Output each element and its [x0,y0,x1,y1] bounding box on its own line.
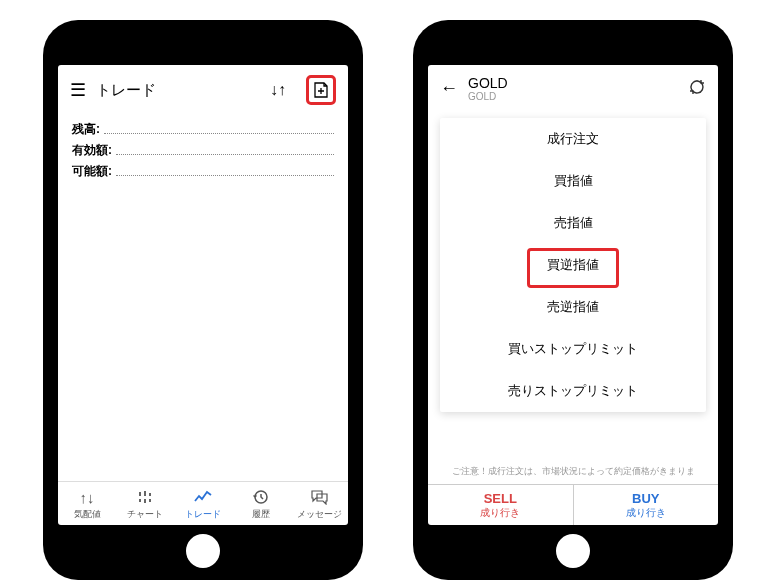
new-order-button[interactable] [306,75,336,105]
tab-quotes[interactable]: ↑↓ 気配値 [58,482,116,525]
home-button[interactable] [186,534,220,568]
trade-header: ☰ トレード ↓↑ [58,65,348,115]
tab-chart[interactable]: チャート [116,482,174,525]
order-buy-stop-limit[interactable]: 買いストップリミット [440,328,706,370]
trade-icon [174,488,232,506]
tab-label: 気配値 [58,508,116,521]
messages-icon [290,488,348,506]
order-type-menu: 成行注文 買指値 売指値 買逆指値 売逆指値 買いストップリミット 売りストップ… [440,118,706,412]
back-icon[interactable]: ← [440,78,458,99]
free-margin-label: 可能額: [72,163,112,180]
tab-trade[interactable]: トレード [174,482,232,525]
symbol-name: GOLD [468,75,678,91]
sort-icon[interactable]: ↓↑ [270,81,286,99]
balance-section: 残高: 有効額: 可能額: [58,115,348,190]
order-buy-stop[interactable]: 買逆指値 [440,244,706,286]
tab-label: 履歴 [232,508,290,521]
buy-label: BUY [574,491,719,507]
history-icon [232,488,290,506]
order-market[interactable]: 成行注文 [440,118,706,160]
order-buy-limit[interactable]: 買指値 [440,160,706,202]
trade-screen: ☰ トレード ↓↑ 残高: 有効額: 可能額: ↑↓ [58,65,348,525]
new-order-icon [313,81,329,99]
symbol-sub: GOLD [468,91,678,102]
order-header: ← GOLD GOLD [428,65,718,112]
tab-label: トレード [174,508,232,521]
bottom-nav: ↑↓ 気配値 チャート トレード [58,481,348,525]
chart-area: 2 379.39 2 372.91 2 371.93 [428,412,718,459]
chart-icon [116,488,174,506]
order-screen: ← GOLD GOLD 成行注文 買指値 売指値 買逆指値 売逆指値 買いストッ… [428,65,718,525]
order-sell-stop-limit[interactable]: 売りストップリミット [440,370,706,412]
phone-frame-left: ☰ トレード ↓↑ 残高: 有効額: 可能額: ↑↓ [43,20,363,580]
order-sell-limit[interactable]: 売指値 [440,202,706,244]
balance-label: 残高: [72,121,100,138]
sell-button[interactable]: SELL 成り行き [428,485,574,525]
tab-history[interactable]: 履歴 [232,482,290,525]
price-chart [438,412,658,419]
tab-messages[interactable]: メッセージ [290,482,348,525]
buy-sub: 成り行き [574,507,719,519]
screen-title: トレード [96,81,260,100]
menu-icon[interactable]: ☰ [70,81,86,99]
sell-sub: 成り行き [428,507,573,519]
buy-button[interactable]: BUY 成り行き [574,485,719,525]
home-button[interactable] [556,534,590,568]
order-notice: ご注意！成行注文は、市場状況によって約定価格がきまりま [428,459,718,484]
symbol-block: GOLD GOLD [468,75,678,102]
tab-label: メッセージ [290,508,348,521]
phone-frame-right: ← GOLD GOLD 成行注文 買指値 売指値 買逆指値 売逆指値 買いストッ… [413,20,733,580]
order-sell-stop[interactable]: 売逆指値 [440,286,706,328]
quotes-icon: ↑↓ [58,488,116,506]
sell-label: SELL [428,491,573,507]
equity-label: 有効額: [72,142,112,159]
sell-buy-bar: SELL 成り行き BUY 成り行き [428,484,718,525]
trade-body [58,190,348,481]
tab-label: チャート [116,508,174,521]
refresh-icon[interactable] [688,78,706,100]
